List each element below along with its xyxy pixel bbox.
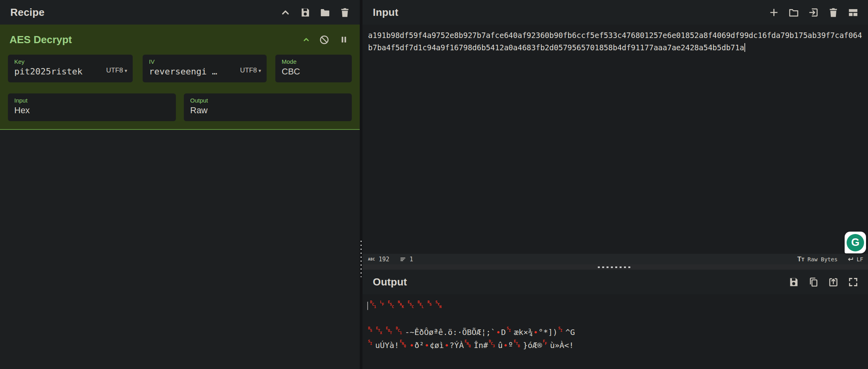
mode-field[interactable]: Mode CBC bbox=[275, 55, 352, 82]
control-char-esc: ESC bbox=[408, 301, 416, 311]
chevron-down-icon: ▾ bbox=[124, 68, 127, 74]
recipe-panel: Recipe AES Decrypt bbox=[0, 0, 360, 369]
control-char-bel: BEL bbox=[418, 301, 426, 311]
control-char-etb: ETB bbox=[514, 340, 522, 350]
clear-input-trash-icon[interactable] bbox=[826, 5, 840, 19]
iv-label: IV bbox=[149, 58, 261, 65]
unprintable-char-dot: • bbox=[409, 340, 414, 350]
control-char-dc3: DC3 bbox=[489, 340, 497, 350]
output-format-field[interactable]: Output Raw bbox=[184, 93, 352, 121]
control-char-si: SI bbox=[558, 327, 565, 337]
control-char-esc: ESC bbox=[388, 301, 396, 311]
chevron-down-icon: ▾ bbox=[258, 68, 261, 74]
open-input-icon[interactable] bbox=[806, 5, 820, 19]
save-output-icon[interactable] bbox=[786, 275, 801, 289]
input-section: Input a191b98df59f4a975 bbox=[362, 0, 868, 264]
control-char-ff: FF bbox=[543, 340, 549, 350]
collapse-all-icon[interactable] bbox=[278, 5, 292, 19]
control-char-eot: EOT bbox=[386, 327, 394, 337]
output-line: DC1LFESCNAKESCBELRSSYN bbox=[367, 300, 868, 313]
recipe-header: Recipe bbox=[0, 0, 360, 25]
maximize-output-icon[interactable] bbox=[846, 275, 860, 289]
abc-icon: ABC bbox=[368, 257, 375, 261]
grammarly-icon: G bbox=[847, 234, 864, 251]
operation-title: AES Decrypt bbox=[10, 34, 72, 46]
operation-args-row-2: Input Hex Output Raw bbox=[0, 93, 360, 121]
unprintable-char-dot: • bbox=[533, 327, 538, 337]
clear-recipe-trash-icon[interactable] bbox=[338, 5, 352, 19]
input-format-field[interactable]: Input Hex bbox=[8, 93, 176, 121]
iv-field[interactable]: IV reverseengi … UTF8▾ bbox=[143, 55, 267, 82]
load-recipe-folder-icon[interactable] bbox=[318, 5, 332, 19]
disable-operation-icon[interactable] bbox=[317, 32, 331, 47]
character-encoding-button[interactable]: TT Raw Bytes bbox=[797, 255, 838, 263]
control-char-bs: BS bbox=[368, 327, 374, 337]
char-count: ABC 192 bbox=[368, 256, 389, 263]
text-cursor bbox=[744, 43, 745, 52]
control-char-enq: ENQ bbox=[465, 340, 473, 350]
replace-input-icon[interactable] bbox=[826, 275, 840, 289]
key-label: Key bbox=[14, 58, 127, 65]
control-char-nak: NAK bbox=[398, 301, 406, 311]
control-char-etx: ETX bbox=[376, 327, 384, 337]
splitter-grip-dots bbox=[598, 266, 633, 268]
output-format-select[interactable]: Raw bbox=[190, 105, 346, 116]
unprintable-char-dot: • bbox=[503, 340, 508, 350]
mode-label: Mode bbox=[282, 58, 346, 65]
input-format-select[interactable]: Hex bbox=[14, 105, 170, 116]
line-count: 1 bbox=[400, 256, 413, 263]
key-field[interactable]: Key pit2025ristek UTF8▾ bbox=[8, 55, 133, 82]
output-line: SIuÚYà!ENQ•ð²•¢øì•?ÝÀENQÎn#DC3û•ºETB}óÆ®… bbox=[367, 339, 868, 352]
operation-aes-decrypt[interactable]: AES Decrypt Key pit2025ristek UTF8▾ bbox=[0, 25, 360, 130]
output-cursor bbox=[367, 302, 368, 310]
output-line: BSETXEOTDC1-~ÊðÔøªê.ö:·ÕBÕÆ¦;`•DSIæk×¾•°… bbox=[367, 326, 868, 339]
control-char-lf: LF bbox=[380, 301, 386, 311]
output-section: Output DC1LFESCNAKESCBELRSSYN BSETXEOTDC… bbox=[362, 270, 868, 369]
splitter-grip-dots bbox=[361, 241, 362, 277]
control-char-rs: RS bbox=[427, 301, 434, 311]
return-arrow-icon bbox=[837, 255, 857, 263]
collapse-operation-icon[interactable] bbox=[301, 32, 311, 47]
control-char-enq: ENQ bbox=[400, 340, 408, 350]
input-format-label: Input bbox=[14, 97, 170, 104]
input-line: a191b98df59f4a9752e8b927b7afce640af92360… bbox=[368, 29, 868, 42]
output-text: DC1LFESCNAKESCBELRSSYN BSETXEOTDC1-~ÊðÔø… bbox=[367, 300, 868, 352]
cyberchef-app: Recipe AES Decrypt bbox=[0, 0, 868, 369]
key-encoding-dropdown[interactable]: UTF8▾ bbox=[106, 67, 127, 74]
mode-select[interactable]: CBC bbox=[282, 67, 346, 77]
unprintable-char-dot: • bbox=[444, 340, 449, 350]
output-textarea[interactable]: DC1LFESCNAKESCBELRSSYN BSETXEOTDC1-~ÊðÔø… bbox=[362, 294, 868, 369]
recipe-title: Recipe bbox=[10, 6, 44, 19]
grammarly-extension-button[interactable]: G bbox=[845, 232, 866, 253]
tabs-layout-icon[interactable] bbox=[846, 5, 860, 19]
add-input-tab-icon[interactable] bbox=[767, 5, 781, 19]
input-textarea[interactable]: a191b98df59f4a9752e8b927b7afce640af92360… bbox=[362, 25, 868, 254]
control-char-si: SI bbox=[507, 327, 513, 337]
save-recipe-icon[interactable] bbox=[298, 5, 312, 19]
text-encoding-icon: TT bbox=[797, 255, 805, 263]
output-format-label: Output bbox=[190, 97, 346, 104]
iv-encoding-dropdown[interactable]: UTF8▾ bbox=[240, 67, 261, 74]
breakpoint-pause-icon[interactable] bbox=[337, 32, 351, 47]
io-panel: Input a191b98df59f4a975 bbox=[362, 0, 868, 369]
output-title: Output bbox=[373, 276, 407, 288]
iv-input[interactable]: reverseengi … bbox=[149, 67, 222, 76]
copy-output-icon[interactable] bbox=[806, 275, 820, 289]
control-char-si: SI bbox=[368, 340, 374, 350]
input-line: b7ba4f5df7d1c94a9f16798d6b5412a0a4683fb2… bbox=[368, 42, 868, 54]
open-folder-icon[interactable] bbox=[786, 5, 801, 19]
output-line bbox=[367, 313, 868, 326]
horizontal-splitter[interactable] bbox=[362, 264, 868, 270]
control-char-dc1: DC1 bbox=[396, 327, 404, 337]
control-char-dc1: DC1 bbox=[370, 301, 378, 311]
lines-icon bbox=[400, 256, 406, 262]
recipe-drop-area[interactable] bbox=[0, 130, 360, 369]
eol-sequence-button[interactable]: LF bbox=[837, 255, 863, 263]
vertical-splitter[interactable] bbox=[360, 0, 362, 369]
operation-args-row-1: Key pit2025ristek UTF8▾ IV reverseengi …… bbox=[0, 55, 360, 82]
unprintable-char-dot: • bbox=[496, 327, 501, 337]
input-header: Input bbox=[362, 0, 868, 25]
input-status-bar: ABC 192 1 TT Raw Bytes bbox=[362, 254, 868, 264]
input-title: Input bbox=[373, 6, 399, 19]
unprintable-char-dot: • bbox=[424, 340, 429, 350]
